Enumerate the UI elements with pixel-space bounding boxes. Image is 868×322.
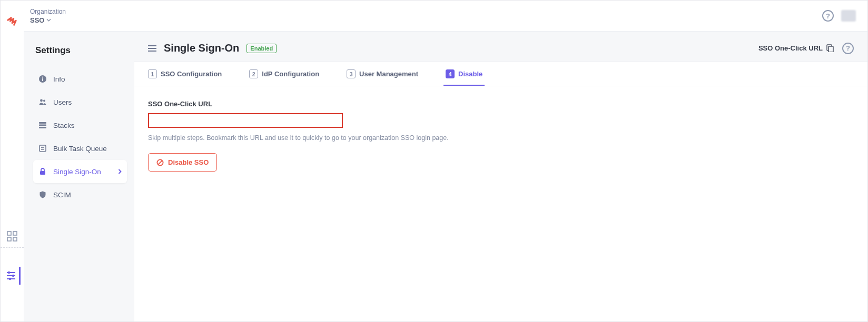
status-badge: Enabled xyxy=(246,44,277,53)
help-icon[interactable]: ? xyxy=(842,43,854,54)
svg-rect-18 xyxy=(40,145,46,152)
tab-disable[interactable]: 4 Disable xyxy=(443,62,485,86)
tab-label: SSO Configuration xyxy=(161,70,222,78)
app-logo-icon[interactable] xyxy=(6,16,18,27)
rail-bottom-group xyxy=(1,231,23,285)
top-header: Organization SSO ? xyxy=(24,1,867,31)
tab-label: User Management xyxy=(359,70,418,78)
sidebar-item-label: Info xyxy=(53,75,65,83)
sidebar-item-label: Users xyxy=(53,98,72,106)
url-field-label: SSO One-Click URL xyxy=(148,100,854,108)
sidebar-item-label: Bulk Task Queue xyxy=(53,145,107,153)
avatar[interactable] xyxy=(841,10,856,22)
tab-body: SSO One-Click URL Skip multiple steps. B… xyxy=(134,86,867,185)
sidebar-item-info[interactable]: Info xyxy=(33,67,127,90)
main-area: Organization SSO ? Settings I xyxy=(24,1,867,321)
svg-point-12 xyxy=(42,77,43,78)
svg-rect-26 xyxy=(828,46,833,52)
svg-point-14 xyxy=(43,100,45,102)
content-pane: Single Sign-On Enabled SSO One-Click URL… xyxy=(134,32,867,321)
svg-point-13 xyxy=(40,99,43,102)
disable-sso-button[interactable]: Disable SSO xyxy=(148,153,217,172)
page-header-bar: Single Sign-On Enabled SSO One-Click URL… xyxy=(134,32,867,62)
breadcrumb-parent: Organization xyxy=(30,8,66,15)
tab-number: 2 xyxy=(249,69,258,78)
rail-settings-icon[interactable] xyxy=(3,267,21,285)
shield-icon xyxy=(38,190,47,199)
sso-one-click-url-input[interactable] xyxy=(148,113,343,128)
sidebar-item-label: Single Sign-On xyxy=(53,168,101,176)
prohibit-icon xyxy=(156,159,164,166)
top-header-right: ? xyxy=(822,10,856,22)
queue-icon xyxy=(38,144,47,153)
tab-user-management[interactable]: 3 User Management xyxy=(344,62,420,86)
settings-sidebar: Settings Info Users xyxy=(24,32,134,321)
url-field-help: Skip multiple steps. Bookmark this URL a… xyxy=(148,134,854,142)
tab-number: 3 xyxy=(347,69,356,78)
sidebar-item-label: Stacks xyxy=(53,122,75,129)
tab-label: IdP Configuration xyxy=(262,70,319,78)
breadcrumb[interactable]: Organization SSO xyxy=(30,8,66,24)
sso-one-click-url-link[interactable]: SSO One-Click URL xyxy=(758,44,834,52)
sidebar-item-bulk-task-queue[interactable]: Bulk Task Queue xyxy=(33,137,127,160)
svg-rect-1 xyxy=(13,232,17,235)
svg-point-9 xyxy=(9,278,11,280)
left-rail xyxy=(1,1,24,321)
chevron-right-icon xyxy=(118,169,122,174)
svg-rect-17 xyxy=(39,127,46,128)
breadcrumb-current-label: SSO xyxy=(30,16,44,24)
page-header-right: SSO One-Click URL ? xyxy=(758,43,854,54)
sidebar-item-scim[interactable]: SCIM xyxy=(33,183,127,206)
svg-rect-15 xyxy=(39,122,46,124)
dashboard-icon[interactable] xyxy=(7,231,17,242)
svg-rect-2 xyxy=(7,237,11,241)
users-icon xyxy=(38,98,47,106)
breadcrumb-current: SSO xyxy=(30,16,66,24)
svg-rect-0 xyxy=(7,232,11,235)
tabs: 1 SSO Configuration 2 IdP Configuration … xyxy=(134,62,867,86)
svg-point-5 xyxy=(8,271,10,274)
tab-number: 1 xyxy=(148,69,157,78)
chevron-down-icon xyxy=(46,18,51,22)
sidebar-item-single-sign-on[interactable]: Single Sign-On xyxy=(33,160,127,183)
hamburger-icon[interactable] xyxy=(148,45,156,52)
content-row: Settings Info Users xyxy=(24,31,867,321)
sidebar-item-stacks[interactable]: Stacks xyxy=(33,114,127,137)
svg-rect-21 xyxy=(40,171,45,175)
tab-label: Disable xyxy=(458,70,482,78)
svg-rect-3 xyxy=(13,237,17,241)
tab-sso-configuration[interactable]: 1 SSO Configuration xyxy=(146,62,224,86)
app-frame: Organization SSO ? Settings I xyxy=(0,0,868,322)
info-icon xyxy=(38,75,47,83)
svg-line-28 xyxy=(158,160,162,165)
svg-rect-11 xyxy=(42,78,43,81)
svg-point-7 xyxy=(12,275,14,277)
sidebar-item-label: SCIM xyxy=(53,191,71,199)
tab-number: 4 xyxy=(446,69,455,78)
svg-rect-20 xyxy=(41,149,44,150)
lock-icon xyxy=(38,167,47,176)
sidebar-item-users[interactable]: Users xyxy=(33,90,127,114)
page-title: Single Sign-On xyxy=(164,42,239,54)
svg-rect-16 xyxy=(39,125,46,126)
sidebar-title: Settings xyxy=(33,45,127,56)
svg-rect-19 xyxy=(41,147,44,148)
page-header-left: Single Sign-On Enabled xyxy=(148,42,277,54)
url-link-label: SSO One-Click URL xyxy=(758,44,823,52)
stacks-icon xyxy=(38,121,47,129)
tab-idp-configuration[interactable]: 2 IdP Configuration xyxy=(247,62,321,86)
disable-button-label: Disable SSO xyxy=(168,158,209,166)
help-icon[interactable]: ? xyxy=(822,10,834,22)
copy-icon xyxy=(826,44,834,52)
